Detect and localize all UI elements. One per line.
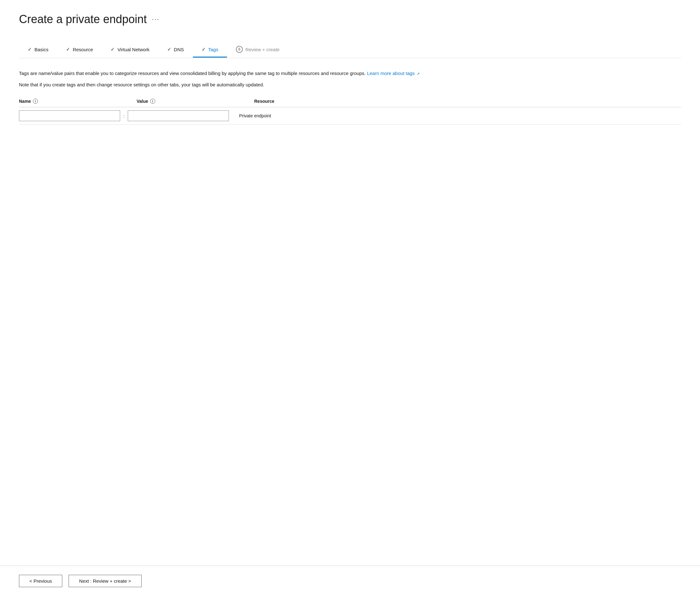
next-button[interactable]: Next : Review + create >	[69, 575, 141, 587]
previous-button[interactable]: < Previous	[19, 575, 62, 587]
tab-resource-label: Resource	[73, 47, 93, 52]
col-name-header: Name i	[19, 99, 127, 104]
col-value-header: Value i	[136, 99, 244, 104]
page-title-row: Create a private endpoint ···	[19, 13, 681, 26]
col-resource-header: Resource	[254, 99, 275, 104]
tab-review-create[interactable]: 6 Review + create	[227, 42, 288, 58]
learn-more-link[interactable]: Learn more about tags ➚	[367, 71, 420, 76]
description-line1: Tags are name/value pairs that enable yo…	[19, 70, 681, 77]
tab-review-create-number: 6	[236, 46, 243, 53]
tab-tags-label: Tags	[208, 47, 218, 52]
tab-review-create-label: Review + create	[245, 47, 280, 52]
tag-value-input[interactable]	[128, 110, 229, 121]
external-link-icon: ➚	[417, 72, 420, 76]
tags-header-row: Name i Value i Resource	[19, 99, 681, 107]
table-row: : Private endpoint	[19, 107, 681, 125]
tab-basics-label: Basics	[34, 47, 48, 52]
tags-table: Name i Value i Resource : Private endpoi…	[19, 99, 681, 125]
tab-dns[interactable]: ✓ DNS	[158, 42, 193, 57]
footer: < Previous Next : Review + create >	[0, 566, 700, 596]
check-icon-basics: ✓	[28, 47, 32, 52]
tab-basics[interactable]: ✓ Basics	[19, 42, 57, 57]
ellipsis-menu-button[interactable]: ···	[152, 15, 159, 23]
tag-name-input[interactable]	[19, 110, 120, 121]
check-icon-tags: ✓	[202, 47, 206, 52]
description-section: Tags are name/value pairs that enable yo…	[19, 70, 681, 89]
tab-virtual-network-label: Virtual Network	[117, 47, 149, 52]
tag-resource-value: Private endpoint	[239, 113, 271, 118]
page-title: Create a private endpoint	[19, 13, 147, 26]
check-icon-resource: ✓	[66, 47, 70, 52]
check-icon-virtual-network: ✓	[111, 47, 115, 52]
tab-dns-label: DNS	[174, 47, 184, 52]
tab-tags[interactable]: ✓ Tags	[193, 42, 227, 57]
note-text: Note that if you create tags and then ch…	[19, 81, 681, 89]
check-icon-dns: ✓	[167, 47, 171, 52]
value-info-icon[interactable]: i	[150, 99, 155, 104]
wizard-tabs: ✓ Basics ✓ Resource ✓ Virtual Network ✓ …	[19, 41, 681, 58]
name-info-icon[interactable]: i	[33, 99, 38, 104]
tab-virtual-network[interactable]: ✓ Virtual Network	[102, 42, 158, 57]
tab-resource[interactable]: ✓ Resource	[57, 42, 102, 57]
colon-separator: :	[123, 113, 125, 119]
